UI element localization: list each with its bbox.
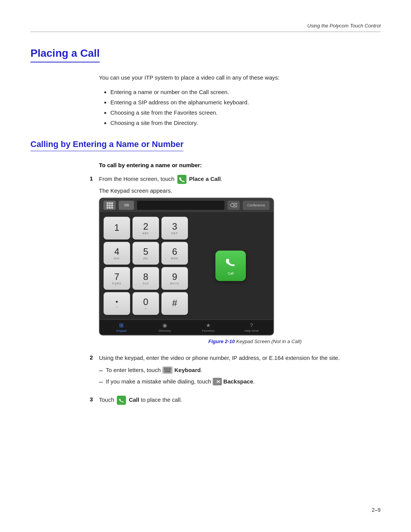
keypad-top-bar: ⌨ ⌫ Conference [100,198,273,212]
svg-rect-8 [167,369,168,370]
step-3-content: Touch Call to place the call. [99,395,381,405]
sub-bullet-keyboard: – To enter letters, touch [99,366,381,375]
page-container: Using the Polycom Touch Control Placing … [0,0,411,532]
tab-helpdesk[interactable]: ? Help Desk [230,320,273,335]
tab-favorites[interactable]: ★ Favorites [186,320,230,335]
key-7[interactable]: 7 PQRS [104,267,130,290]
tab-keypad[interactable]: ⊞ Keypad [100,320,143,335]
call-icon-step3 [117,396,126,405]
key-main: 3 [172,222,177,231]
svg-rect-4 [169,368,170,369]
key-1[interactable]: 1 [104,217,130,240]
key-5[interactable]: 5 JKL [132,242,159,265]
tab-directory[interactable]: ◉ Directory [143,320,186,335]
sub-bullet-backspace: – If you make a mistake while dialing, t… [99,377,381,386]
list-item: Entering a SIP address on the alphanumer… [110,97,381,107]
grid-dot [109,207,111,209]
key-8[interactable]: 8 TUV [132,267,159,290]
instruction-heading: To call by entering a name or number: [99,162,381,168]
key-main: # [172,299,177,308]
key-main: 0 [143,297,148,307]
svg-rect-1 [164,368,165,369]
keypad-right: Call [192,217,269,315]
dash-icon: – [99,378,103,385]
keypad-tab-label: Keypad [116,329,126,332]
key-sub: ABC [142,232,149,235]
grid-dot [109,204,111,206]
call-btn-label: Call [228,272,234,275]
keypad-tab-icon: ⊞ [119,322,124,328]
svg-rect-2 [166,368,167,369]
svg-rect-12 [118,397,124,403]
bullet-list: Entering a name or number on the Call sc… [110,87,381,128]
step-2-row: 2 Using the keypad, enter the video or p… [30,353,381,388]
key-9[interactable]: 9 WXYZ [161,267,188,290]
key-sub: MNO [171,257,178,260]
key-6[interactable]: 6 MNO [161,242,188,265]
call-button-large[interactable]: Call [215,251,246,281]
place-call-text: Place a Call [189,176,221,182]
keypad-body: 1 2 ABC 3 DEF [100,212,273,320]
main-content: Placing a Call You can use your ITP syst… [30,47,381,405]
step-2-content: Using the keypad, enter the video or pho… [99,353,381,388]
call-text-step3: Call [129,396,139,403]
step-2: 2 Using the keypad, enter the video or p… [30,353,381,388]
svg-rect-6 [164,369,165,370]
key-3[interactable]: 3 DEF [161,217,188,240]
grid-dot [111,202,113,204]
svg-rect-3 [167,368,168,369]
list-item: Choosing a site from the Directory. [110,118,381,128]
key-sub: + [145,307,147,310]
directory-tab-icon: ◉ [162,322,167,328]
figure-caption-bold: Figure 2-10 [209,339,235,344]
step-2-number: 2 [30,353,99,361]
key-2[interactable]: 2 ABC [132,217,159,240]
grid-dot [107,207,108,209]
keypad-screenshot-wrapper: ⌨ ⌫ Conference 1 [99,198,381,344]
key-hash[interactable]: # [161,292,188,315]
key-main: 8 [143,272,148,281]
key-sub: * [116,306,118,309]
figure-caption: Figure 2-10 Keypad Screen (Not in a Call… [167,339,342,344]
section-title: Placing a Call [30,47,100,62]
intro-text: You can use your ITP system to place a v… [99,73,381,82]
key-main: 7 [114,272,119,281]
grid-dot [107,202,108,204]
keypad-kbd-btn[interactable]: ⌨ [119,201,134,210]
keypad-tabs: ⊞ Keypad ◉ Directory ★ Favorites ? [100,320,273,335]
key-star[interactable]: • * [104,292,130,315]
key-main: • [116,299,118,305]
key-main: 5 [143,247,148,256]
keypad-grid-btn [104,201,116,210]
keypad-conference-btn[interactable]: Conference [243,201,269,210]
backspace-label: Backspace [223,377,253,386]
key-4[interactable]: 4 GHI [104,242,130,265]
grid-dot [109,202,111,204]
page-header: Using the Polycom Touch Control [30,23,381,32]
list-item: Entering a name or number on the Call sc… [110,87,381,97]
step-1: 1 From the Home screen, touch Place a Ca… [30,174,381,344]
key-sub: PQRS [112,282,121,285]
svg-rect-5 [170,368,171,369]
key-0[interactable]: 0 + [132,292,159,315]
keypad-backspace-btn[interactable]: ⌫ [228,201,240,210]
key-main: 4 [114,247,119,256]
place-call-icon [177,175,186,184]
step-3-row: 3 Touch Call to place the call. [30,395,381,405]
key-sub: DEF [172,232,178,235]
favorites-tab-label: Favorites [202,329,215,332]
key-sub: JKL [143,257,148,260]
key-main: 6 [172,247,177,256]
step-3: 3 Touch Call to place the call. [30,395,381,405]
key-main: 2 [143,222,148,231]
step-1-subtext: The Keypad screen appears. [99,186,381,195]
step-1-number: 1 [30,174,99,182]
helpdesk-tab-label: Help Desk [245,329,259,332]
figure-caption-italic: Keypad Screen (Not in a Call) [235,339,302,344]
directory-tab-label: Directory [159,329,171,332]
sub-bullets: – To enter letters, touch [99,366,381,386]
keyboard-label: Keyboard [174,366,201,375]
key-sub: TUV [143,282,149,285]
keyboard-icon [162,366,173,374]
keypad-input-bar[interactable] [137,201,225,210]
